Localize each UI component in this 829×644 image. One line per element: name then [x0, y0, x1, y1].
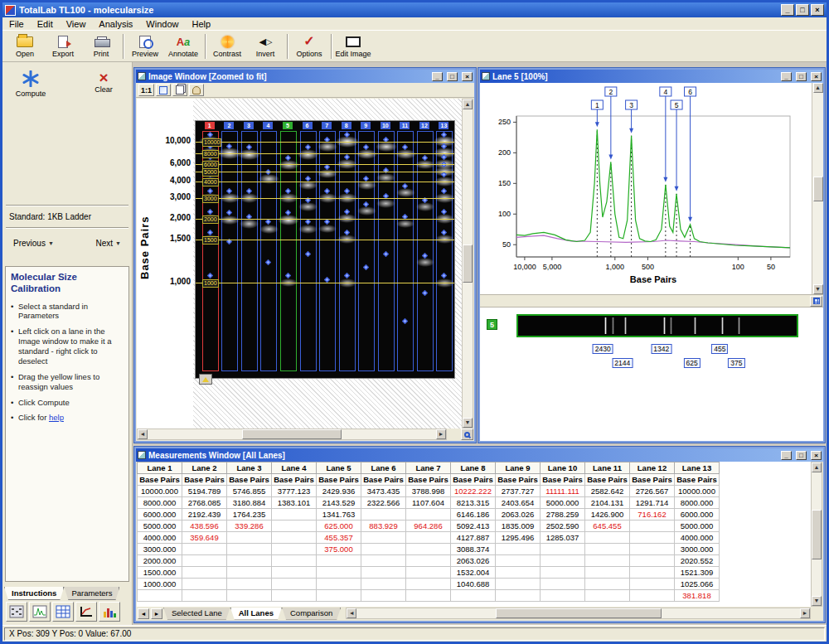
calibration-line[interactable]	[196, 240, 454, 240]
calibration-line[interactable]	[196, 182, 454, 182]
scroll-down-icon[interactable]: ▼	[813, 284, 823, 294]
grid-view-button[interactable]	[810, 296, 822, 307]
tab-instructions[interactable]: Instructions	[4, 587, 64, 600]
lane-5-chip[interactable]: 5	[283, 122, 293, 129]
measurements-window-titlebar[interactable]: Measurements Window [All Lanes] _ □ ×	[136, 448, 823, 462]
gel-lane-11[interactable]	[397, 131, 414, 371]
prof-view-button[interactable]	[29, 602, 51, 622]
lane-13-chip[interactable]: 13	[439, 122, 448, 129]
tab-selected-lane[interactable]: Selected Lane	[163, 608, 230, 620]
export-button[interactable]: Export	[44, 31, 82, 61]
print-button[interactable]: Print	[82, 31, 120, 61]
lane-10-chip[interactable]: 10	[381, 122, 390, 129]
minimize-button[interactable]: _	[432, 72, 443, 81]
lane-2-chip[interactable]: 2	[224, 122, 234, 129]
lane-11-chip[interactable]: 11	[400, 122, 410, 129]
invert-button[interactable]: ◀▷ Invert	[246, 31, 284, 61]
horizontal-scrollbar[interactable]: ◄ ►	[137, 429, 447, 440]
lane-window-titlebar[interactable]: Lane 5 [100%] _ □ ×	[480, 70, 823, 83]
menu-window[interactable]: Window	[139, 18, 185, 30]
options-button[interactable]: ✓ Options	[290, 31, 328, 61]
scrollbar-thumb[interactable]	[242, 429, 342, 439]
horizontal-scrollbar[interactable]: ◄ ►	[346, 608, 811, 619]
clear-button[interactable]: × Clear	[82, 70, 125, 94]
annotate-button[interactable]: Aa Annotate	[164, 31, 202, 61]
lane-6-chip[interactable]: 6	[303, 122, 313, 129]
histogram-view-button[interactable]	[99, 602, 120, 622]
restore-button[interactable]: □	[796, 72, 807, 81]
previous-button[interactable]: Previous ▼	[7, 236, 60, 250]
gel-lane-9[interactable]	[358, 131, 375, 371]
table-view-button[interactable]	[52, 602, 74, 622]
scroll-left-icon[interactable]: ◄	[138, 429, 148, 439]
scroll-left-icon[interactable]: ◄	[347, 608, 356, 618]
compute-button[interactable]: Compute	[9, 70, 52, 98]
restore-button[interactable]: □	[796, 451, 807, 460]
maximize-button[interactable]: □	[796, 4, 809, 16]
lane-anchor-icon[interactable]	[199, 374, 212, 385]
calibration-line[interactable]	[196, 153, 454, 154]
lane-3-chip[interactable]: 3	[244, 122, 254, 129]
calibration-line[interactable]	[196, 283, 454, 283]
title-bar[interactable]: TotalLab TL100 - molecularsize _ □ ×	[2, 2, 827, 17]
scroll-right-icon[interactable]: ►	[800, 608, 810, 618]
contrast-button[interactable]: Contrast	[208, 31, 246, 61]
calibration-line[interactable]	[196, 172, 454, 172]
gel-lane-4[interactable]	[260, 131, 277, 371]
lane-9-chip[interactable]: 9	[361, 122, 371, 129]
menu-help[interactable]: Help	[185, 18, 217, 30]
menu-edit[interactable]: Edit	[31, 18, 60, 30]
close-button[interactable]: ×	[811, 4, 824, 16]
calibration-line[interactable]	[196, 198, 454, 199]
lane-strip-image[interactable]	[516, 314, 798, 337]
close-button[interactable]: ×	[811, 451, 822, 460]
scroll-down-icon[interactable]: ▼	[812, 596, 822, 606]
scrollbar-thumb[interactable]	[463, 245, 473, 283]
calibration-view-button[interactable]	[75, 602, 97, 622]
image-window-titlebar[interactable]: Image Window [Zoomed to fit] _ □ ×	[136, 70, 474, 83]
scroll-up-icon[interactable]: ▲	[813, 83, 823, 93]
tab-scroll-right-icon[interactable]: ►	[151, 608, 162, 619]
restore-button[interactable]: □	[447, 72, 458, 81]
tab-all-lanes[interactable]: All Lanes	[230, 608, 282, 620]
tab-scroll-left-icon[interactable]: ◄	[138, 608, 149, 619]
menu-view[interactable]: View	[60, 18, 93, 30]
pane-splitter[interactable]	[480, 295, 823, 307]
calibration-line[interactable]	[196, 219, 454, 220]
menu-file[interactable]: File	[2, 18, 31, 30]
actual-size-button[interactable]: 1:1	[138, 84, 154, 96]
next-button[interactable]: Next ▼	[90, 236, 128, 250]
tab-parameters[interactable]: Parameters	[64, 587, 119, 600]
scrollbar-thumb[interactable]	[812, 510, 822, 559]
calibration-line[interactable]	[196, 164, 454, 165]
help-link[interactable]: help	[49, 413, 64, 422]
vertical-scrollbar[interactable]: ▲ ▼	[812, 83, 823, 294]
gel-image[interactable]: 1234567891011121310000800060005000400030…	[195, 120, 455, 379]
calibration-line[interactable]	[196, 142, 454, 143]
close-button[interactable]: ×	[462, 72, 473, 81]
lane-8-chip[interactable]: 8	[342, 122, 351, 129]
minimize-button[interactable]: _	[781, 451, 792, 460]
tab-comparison[interactable]: Comparison	[282, 608, 341, 620]
scrollbar-thumb[interactable]	[496, 608, 662, 618]
gel-view-button[interactable]	[6, 602, 27, 622]
scrollbar-thumb[interactable]	[813, 177, 823, 201]
pan-button[interactable]	[189, 84, 204, 96]
minimize-button[interactable]: _	[781, 72, 792, 81]
image-canvas[interactable]: Base Pairs 10,0006,0004,0003,0002,0001,5…	[137, 99, 462, 429]
gel-lane-2[interactable]	[221, 131, 238, 371]
gel-lane-3[interactable]	[241, 131, 258, 371]
menu-analysis[interactable]: Analysis	[92, 18, 139, 30]
magnifier-button[interactable]	[461, 429, 473, 440]
copy-button[interactable]	[172, 84, 187, 96]
close-button[interactable]: ×	[811, 72, 822, 81]
vertical-scrollbar[interactable]: ▲ ▼	[811, 462, 822, 607]
scroll-right-icon[interactable]: ►	[436, 429, 446, 439]
lane-7-chip[interactable]: 7	[322, 122, 332, 129]
scroll-up-icon[interactable]: ▲	[463, 99, 473, 109]
preview-button[interactable]: Preview	[126, 31, 164, 61]
minimize-button[interactable]: _	[781, 4, 794, 16]
vertical-scrollbar[interactable]: ▲ ▼	[462, 99, 473, 429]
lane-4-chip[interactable]: 4	[263, 122, 273, 129]
lane-1-chip[interactable]: 1	[205, 122, 215, 129]
